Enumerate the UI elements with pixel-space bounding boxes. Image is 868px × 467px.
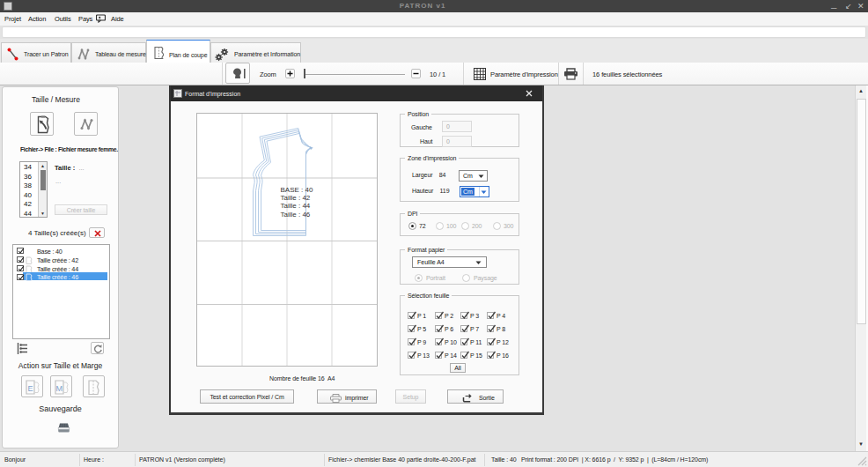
svg-text:Taille : 46: Taille : 46	[281, 211, 311, 219]
svg-text:E: E	[28, 384, 33, 393]
svg-text:BASE : 40: BASE : 40	[281, 186, 313, 194]
svg-text:M: M	[56, 384, 63, 393]
svg-text:Taille : 44: Taille : 44	[281, 202, 311, 210]
svg-text:Taille : 42: Taille : 42	[281, 194, 311, 202]
